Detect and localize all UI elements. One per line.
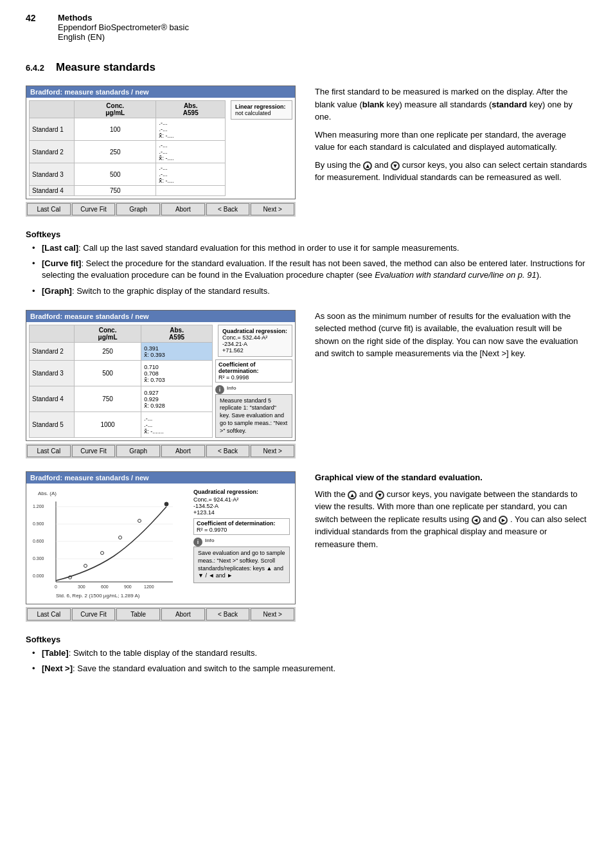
screen2-body: Conc. μg/mL Abs. A595 [26, 322, 295, 440]
svg-text:0.900: 0.900 [33, 521, 44, 526]
device-screen-1: Bradford: measure standards / new Conc. … [26, 86, 296, 199]
cursor-left-icon-3: ◄ [472, 516, 481, 525]
screen2-container: Bradford: measure standards / new Conc. … [26, 310, 302, 458]
device-screen-2: Bradford: measure standards / new Conc. … [26, 310, 296, 441]
svg-text:1.200: 1.200 [33, 504, 44, 509]
device-screen-3: Bradford: measure standards / new Abs. (… [26, 471, 296, 604]
cursor-up-icon: ▲ [363, 161, 372, 170]
table-row: Standard 3 500 .-... .-... x̄: -.... [30, 163, 226, 186]
softkey-abort-3[interactable]: Abort [161, 608, 205, 620]
softkey-curvefit-1[interactable]: Curve Fit [72, 203, 116, 215]
softkey-back-3[interactable]: < Back [206, 608, 250, 620]
softkey-lastcal-2[interactable]: Last Cal [27, 445, 71, 457]
screen3-container: Bradford: measure standards / new Abs. (… [26, 471, 302, 622]
text3-heading: Graphical view of the standard evaluatio… [315, 471, 587, 484]
softkey-curvefit-2[interactable]: Curve Fit [72, 445, 116, 457]
text1-para3: By using the ▲ and ▼ cursor keys, you al… [315, 159, 587, 184]
table-row: Standard 4 750 0.927 0.929 x̄: 0.928 [30, 386, 213, 412]
language-label: English (EN) [58, 32, 189, 42]
svg-text:300: 300 [78, 584, 85, 589]
cursor-down-icon: ▼ [391, 161, 400, 170]
svg-point-20 [119, 536, 122, 539]
screen3-body: Abs. (A) 1.200 0.900 0.600 0.300 0.000 [26, 484, 295, 604]
svg-point-22 [164, 502, 168, 506]
list-item: [Graph]: Switch to the graphic display o… [32, 285, 587, 297]
softkey-lastcal-3[interactable]: Last Cal [27, 608, 71, 620]
regression-panel-2: Quadratical regression: Conc.= 532.44·A²… [215, 325, 292, 438]
cursor-up-icon-3: ▲ [348, 491, 357, 500]
first-block: Bradford: measure standards / new Conc. … [26, 86, 587, 217]
screen2-header: Bradford: measure standards / new [26, 311, 295, 322]
text-block-3: Graphical view of the standard evaluatio… [315, 471, 587, 622]
softkeys-section-1: Softkeys [Last cal]: Call up the last sa… [26, 230, 587, 297]
page-number: 42 [26, 13, 45, 23]
screen1-table: Conc. μg/mL Abs. A595 [29, 100, 226, 196]
third-block: Bradford: measure standards / new Abs. (… [26, 471, 587, 622]
svg-text:0: 0 [55, 584, 57, 589]
softkey-back-1[interactable]: < Back [206, 203, 250, 215]
screen1-container: Bradford: measure standards / new Conc. … [26, 86, 302, 217]
softkey-next-1[interactable]: Next > [251, 203, 294, 215]
cursor-down-icon-3: ▼ [375, 491, 384, 500]
header-text: Methods Eppendorf BioSpectrometer® basic… [58, 13, 189, 42]
softkey-curvefit-3[interactable]: Curve Fit [72, 608, 116, 620]
svg-point-18 [84, 565, 87, 568]
svg-text:0.600: 0.600 [33, 539, 44, 543]
softkeys-list-3: [Table]: Switch to the table display of … [26, 647, 587, 674]
svg-point-21 [138, 520, 141, 523]
regression-panel-1: Linear regression: not calculated [228, 100, 292, 196]
softkey-abort-1[interactable]: Abort [161, 203, 205, 215]
screen1-header: Bradford: measure standards / new [26, 86, 295, 98]
softkey-graph-1[interactable]: Graph [116, 203, 160, 215]
list-item: [Curve fit]: Select the procedure for th… [32, 258, 587, 281]
info-icon-2: i [215, 385, 224, 394]
graph-svg: Abs. (A) 1.200 0.900 0.600 0.300 0.000 [31, 489, 179, 592]
softkey-table-3[interactable]: Table [116, 608, 160, 620]
text-block-1: The first standard to be measured is mar… [315, 86, 587, 217]
softkey-graph-2[interactable]: Graph [116, 445, 160, 457]
text1-para2: When measuring more than one replicate p… [315, 129, 587, 154]
softkey-abort-2[interactable]: Abort [161, 445, 205, 457]
list-item: [Last cal]: Call up the last saved stand… [32, 242, 587, 254]
section-heading: 6.4.2 Measure standards [26, 61, 587, 74]
svg-text:0.000: 0.000 [33, 574, 44, 578]
list-item: [Table]: Switch to the table display of … [32, 647, 587, 659]
graph-right-panel: Quadratical regression: Conc.= 924.41·A²… [193, 489, 290, 599]
softkey-lastcal-1[interactable]: Last Cal [27, 203, 71, 215]
screen3-header: Bradford: measure standards / new [26, 472, 295, 484]
info-icon-3: i [193, 538, 202, 547]
text1-para1: The first standard to be measured is mar… [315, 86, 587, 123]
table-row: Standard 5 1000 .-... .-... x̄: -....... [30, 412, 213, 438]
page: 42 Methods Eppendorf BioSpectrometer® ba… [0, 0, 613, 868]
cursor-right-icon-3: ► [499, 516, 508, 525]
softkey-next-3[interactable]: Next > [251, 608, 294, 620]
list-item: [Next >]: Save the standard evaluation a… [32, 663, 587, 674]
section-title: Measure standards [56, 61, 155, 73]
graph-legend: Std. 6, Rep. 2 (1500 μg/mL; 1.289 A) [31, 593, 190, 599]
svg-text:Abs. (A): Abs. (A) [38, 491, 57, 496]
graph-area: Abs. (A) 1.200 0.900 0.600 0.300 0.000 [31, 489, 190, 599]
svg-text:600: 600 [101, 584, 109, 589]
table-row: Standard 2 250 0.391 x̄: 0.393 [30, 342, 213, 361]
svg-text:0.300: 0.300 [33, 556, 44, 561]
softkeys-bar-2: Last Cal Curve Fit Graph Abort < Back Ne… [26, 444, 296, 458]
softkey-back-2[interactable]: < Back [206, 445, 250, 457]
info-panel-2: Measure standard 5 replicate 1: "standar… [215, 394, 292, 438]
svg-point-19 [101, 552, 104, 555]
info-panel-3: Save evaluation and go to sample meas.: … [193, 547, 290, 583]
screen2-table: Conc. μg/mL Abs. A595 [29, 325, 213, 438]
page-header: 42 Methods Eppendorf BioSpectrometer® ba… [26, 13, 587, 42]
softkey-next-2[interactable]: Next > [251, 445, 294, 457]
product-name: Eppendorf BioSpectrometer® basic [58, 23, 189, 32]
softkeys-bar-1: Last Cal Curve Fit Graph Abort < Back Ne… [26, 202, 296, 217]
svg-text:1200: 1200 [144, 584, 154, 589]
softkeys-title-1: Softkeys [26, 230, 587, 239]
screen1-body: Conc. μg/mL Abs. A595 [26, 98, 295, 199]
softkeys-title-3: Softkeys [26, 635, 587, 644]
softkeys-bar-3: Last Cal Curve Fit Table Abort < Back Ne… [26, 607, 296, 622]
table-row: Standard 1 100 .-... .-... x̄: -.... [30, 118, 226, 141]
section-label: Methods [58, 13, 189, 23]
table-row: Standard 4 750 [30, 186, 226, 196]
text-block-2: As soon as the minimum number of results… [315, 310, 587, 458]
text3-para1: With the ▲ and ▼ cursor keys, you naviga… [315, 488, 587, 551]
